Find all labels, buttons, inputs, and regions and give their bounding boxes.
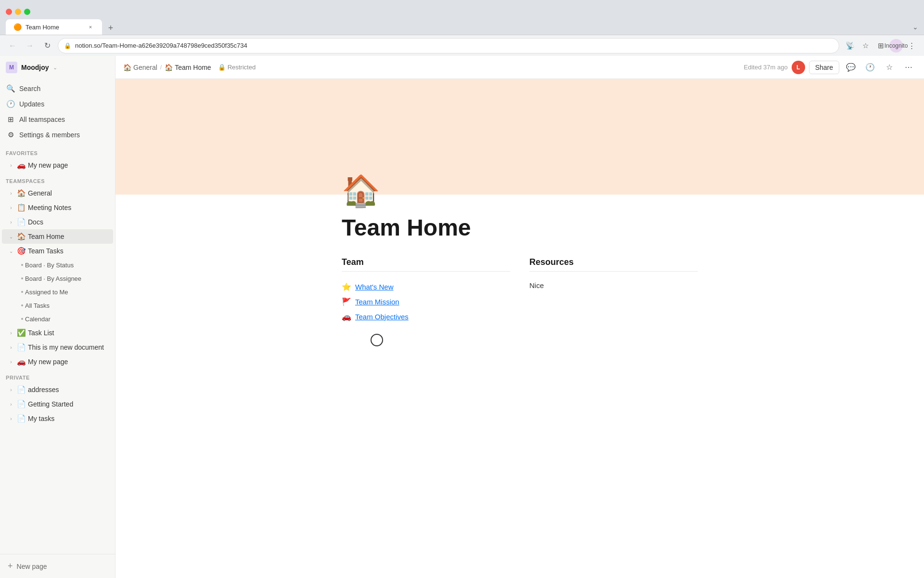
settings-icon: ⚙ [6, 131, 15, 139]
avatar-group: L [792, 61, 805, 74]
traffic-lights [6, 9, 30, 15]
two-column-layout: Team ⭐ What's New 🚩 Team Mission 🚗 Team … [342, 257, 698, 324]
meeting-notes-icon: 📋 [16, 203, 26, 212]
star-button[interactable]: ☆ [882, 60, 897, 75]
team-mission-link[interactable]: 🚩 Team Mission [342, 294, 510, 309]
history-button[interactable]: 🕐 [862, 60, 878, 75]
sidebar-item-my-new-page[interactable]: › 🚗 My new page [2, 355, 113, 369]
sidebar-nav: 🔍 Search 🕐 Updates ⊞ All teamspaces ⚙ Se… [0, 79, 115, 144]
active-tab[interactable]: 🟠 Team Home × [6, 19, 102, 35]
general-icon: 🏠 [16, 189, 26, 197]
team-home-label: Team Home [28, 233, 64, 240]
assigned-to-me-label: Assigned to Me [25, 289, 68, 296]
sidebar-item-team-tasks[interactable]: ⌄ 🎯 Team Tasks [2, 244, 113, 258]
team-objectives-link[interactable]: 🚗 Team Objectives [342, 309, 510, 324]
addresses-label: addresses [28, 386, 59, 394]
restricted-label: Restricted [228, 64, 256, 71]
team-mission-emoji: 🚩 [342, 297, 351, 306]
workspace-header[interactable]: M Moodjoy ⌄ [0, 56, 115, 79]
sidebar-item-my-tasks[interactable]: › 📄 My tasks [2, 411, 113, 426]
my-tasks-label: My tasks [28, 415, 54, 422]
address-bar[interactable]: 🔒 notion.so/Team-Home-a626e39209a748798e… [58, 38, 839, 53]
maximize-button[interactable] [24, 9, 30, 15]
share-button[interactable]: Share [809, 61, 839, 74]
sidebar-bottom: + New page [0, 554, 115, 578]
workspace-name: Moodjoy [21, 64, 49, 71]
all-teamspaces-icon: ⊞ [6, 115, 15, 124]
docs-label: Docs [28, 218, 43, 226]
caret-icon: › [8, 191, 14, 196]
team-column-title: Team [342, 257, 510, 272]
favorites-section: Favorites › 🚗 My new page [0, 148, 115, 172]
back-button[interactable]: ← [6, 39, 19, 53]
addresses-icon: 📄 [16, 385, 26, 394]
profile-icon[interactable]: Incognito [889, 39, 903, 53]
cast-icon[interactable]: 📡 [843, 39, 857, 53]
sidebar-item-updates[interactable]: 🕐 Updates [0, 96, 115, 112]
more-button[interactable]: ⋯ [901, 60, 916, 75]
bookmark-icon[interactable]: ☆ [859, 39, 872, 53]
all-teamspaces-label: All teamspaces [19, 116, 65, 123]
sidebar-item-search[interactable]: 🔍 Search [0, 81, 115, 96]
edited-text: Edited 37m ago [744, 64, 788, 71]
sidebar-item-all-teamspaces[interactable]: ⊞ All teamspaces [0, 112, 115, 127]
dot-icon [21, 318, 23, 320]
sidebar-item-assigned-to-me[interactable]: Assigned to Me [2, 285, 113, 299]
page-body: 🏠 Team Home Team ⭐ What's New 🚩 Team Mis… [303, 175, 736, 363]
new-page-label: New page [17, 563, 47, 570]
sidebar-item-general[interactable]: › 🏠 General [2, 186, 113, 200]
menu-icon[interactable]: ⋮ [905, 39, 918, 53]
whats-new-label: What's New [355, 283, 394, 291]
resources-column: Resources Nice [529, 257, 698, 324]
team-home-breadcrumb-emoji: 🏠 [165, 64, 173, 71]
comment-button[interactable]: 💬 [843, 60, 859, 75]
caret-icon: › [8, 345, 14, 350]
team-mission-label: Team Mission [355, 298, 399, 306]
close-button[interactable] [6, 9, 12, 15]
tab-favicon: 🟠 [13, 23, 22, 31]
board-by-status-label: Board · By Status [25, 262, 74, 269]
search-label: Search [19, 85, 40, 92]
team-objectives-label: Team Objectives [355, 313, 409, 321]
teamspaces-title: Teamspaces [0, 176, 115, 186]
team-home-icon: 🏠 [16, 232, 26, 241]
new-tab-button[interactable]: + [104, 21, 117, 35]
title-bar [0, 0, 924, 19]
tab-end-icon: ⌄ [912, 23, 918, 31]
sidebar-item-new-document[interactable]: › 📄 This is my new document [2, 340, 113, 355]
caret-icon: › [8, 330, 14, 336]
new-document-label: This is my new document [28, 343, 104, 351]
sidebar-item-my-new-page-fav[interactable]: › 🚗 My new page [2, 158, 113, 172]
new-page-plus-icon: + [8, 561, 13, 571]
sidebar-item-getting-started[interactable]: › 📄 Getting Started [2, 397, 113, 411]
sidebar-item-docs[interactable]: › 📄 Docs [2, 215, 113, 229]
restricted-badge[interactable]: 🔒 Restricted [218, 64, 256, 71]
teamspaces-section: Teamspaces › 🏠 General › 📋 Meeting Notes… [0, 176, 115, 369]
caret-icon: › [8, 220, 14, 225]
minimize-button[interactable] [15, 9, 21, 15]
sidebar-item-calendar[interactable]: Calendar [2, 312, 113, 326]
sidebar-item-task-list[interactable]: › ✅ Task List [2, 326, 113, 340]
sidebar-item-addresses[interactable]: › 📄 addresses [2, 382, 113, 397]
cursor-indicator [371, 334, 383, 346]
sidebar-item-board-by-status[interactable]: Board · By Status [2, 258, 113, 272]
forward-button[interactable]: → [23, 39, 37, 53]
general-home-emoji: 🏠 [123, 64, 131, 71]
breadcrumb-team-home[interactable]: 🏠 Team Home [165, 64, 211, 71]
new-page-button[interactable]: + New page [6, 558, 109, 574]
sidebar-item-all-tasks[interactable]: All Tasks [2, 299, 113, 312]
main-content: 🏠 General / 🏠 Team Home 🔒 Restricted Edi… [116, 56, 924, 578]
sidebar-item-board-by-assignee[interactable]: Board · By Assignee [2, 272, 113, 285]
tab-close-button[interactable]: × [87, 23, 94, 31]
caret-icon: › [8, 163, 14, 168]
breadcrumb-separator: / [160, 64, 162, 71]
whats-new-link[interactable]: ⭐ What's New [342, 279, 510, 294]
sidebar-item-meeting-notes[interactable]: › 📋 Meeting Notes [2, 200, 113, 215]
refresh-button[interactable]: ↻ [40, 39, 54, 53]
browser-chrome: 🟠 Team Home × + ⌄ ← → ↻ 🔒 notion.so/Team… [0, 0, 924, 56]
breadcrumb-general[interactable]: 🏠 General [123, 64, 157, 71]
sidebar-item-settings[interactable]: ⚙ Settings & members [0, 127, 115, 143]
sidebar-item-team-home[interactable]: ⌄ 🏠 Team Home [2, 229, 113, 244]
caret-icon: › [8, 402, 14, 407]
team-tasks-icon: 🎯 [16, 247, 26, 255]
